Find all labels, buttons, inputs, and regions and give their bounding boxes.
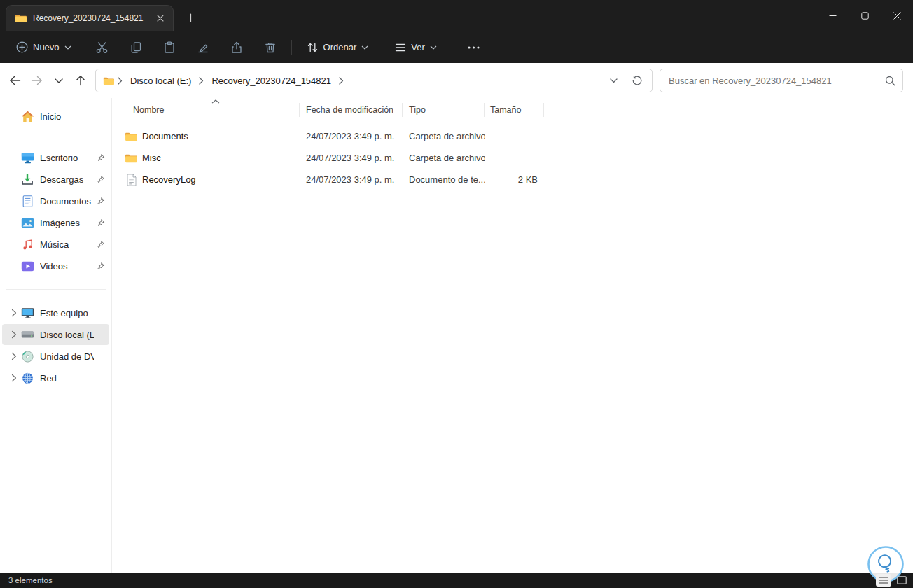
file-type: Carpeta de archivos [403,153,485,163]
chevron-right-icon[interactable] [8,374,20,382]
chevron-right-icon[interactable] [8,309,20,317]
arrow-right-icon [31,75,43,86]
file-name: Misc [142,153,161,163]
sidebar-item-descargas[interactable]: Descargas [2,169,109,190]
downloads-icon [20,174,34,186]
maximize-button[interactable] [849,0,881,31]
navigation-bar: Disco local (E:) Recovery_20230724_15482… [0,63,913,98]
folder-icon [103,76,114,85]
dvd-icon [20,351,34,363]
sidebar-item-inicio[interactable]: Inicio [2,106,109,127]
desktop-icon [20,152,34,164]
share-button[interactable] [223,36,251,59]
pin-icon [94,240,106,249]
sidebar-item-este-equipo[interactable]: Este equipo [2,302,109,323]
chevron-right-icon[interactable] [8,352,20,360]
window-controls [816,0,913,31]
sidebar-item-unidad-dvd[interactable]: Unidad de DVD (D:) [2,346,109,367]
sidebar-item-escritorio[interactable]: Escritorio [2,147,109,168]
details-view-icon [879,576,888,584]
explorer-tab[interactable]: Recovery_20230724_154821 [6,5,174,31]
folder-icon [125,132,137,141]
recent-locations-button[interactable] [48,70,69,92]
column-label: Nombre [133,105,164,115]
drive-icon [20,330,34,339]
sidebar-item-musica[interactable]: Música [2,234,109,255]
paste-icon [163,41,176,54]
music-icon [20,239,34,251]
column-label: Tipo [409,105,426,115]
sidebar-item-label: Música [40,239,94,250]
search-input[interactable] [669,76,885,86]
close-window-button[interactable] [881,0,913,31]
address-dropdown-button[interactable] [604,71,622,90]
toolbar-separator [291,40,292,55]
file-row-misc[interactable]: Misc 24/07/2023 3:49 p. m. Carpeta de ar… [112,147,913,169]
sidebar-item-imagenes[interactable]: Imágenes [2,212,109,233]
view-button[interactable]: Ver [387,36,445,59]
chevron-right-icon[interactable] [8,330,20,339]
command-toolbar: Nuevo Ordenar Ver [0,31,913,63]
breadcrumb-separator-icon [337,77,345,85]
chevron-down-icon [610,78,618,83]
chevron-down-icon [64,46,71,50]
search-box[interactable] [660,69,903,92]
forward-button[interactable] [26,70,48,92]
pin-icon [94,153,106,162]
new-tab-button[interactable] [180,7,201,28]
trash-icon [264,41,277,54]
pictures-icon [20,218,34,228]
network-icon [20,372,34,384]
text-document-icon [125,174,137,186]
paste-button[interactable] [155,36,183,59]
details-view-button[interactable] [876,574,891,587]
folder-icon [15,13,27,23]
copy-button[interactable] [122,36,150,59]
folder-icon [125,153,137,163]
breadcrumb-item-folder[interactable]: Recovery_20230724_154821 [207,74,335,88]
refresh-button[interactable] [628,71,646,90]
column-header-tipo[interactable]: Tipo [403,98,485,122]
close-icon [893,12,901,20]
delete-button[interactable] [256,36,284,59]
close-icon [157,15,164,22]
file-type: Documento de te... [403,174,485,185]
rename-button[interactable] [189,36,217,59]
file-row-recoverylog[interactable]: RecoveryLog 24/07/2023 3:49 p. m. Docume… [112,169,913,190]
up-button[interactable] [69,70,91,92]
maximize-icon [861,12,869,20]
column-header-fecha[interactable]: Fecha de modificación [300,98,403,122]
minimize-button[interactable] [816,0,849,31]
share-icon [230,41,243,54]
tab-title: Recovery_20230724_154821 [33,13,146,23]
sidebar-item-disco-local-e[interactable]: Disco local (E:) [2,324,109,345]
breadcrumb-separator-icon [116,77,124,85]
address-bar[interactable]: Disco local (E:) Recovery_20230724_15482… [95,69,653,92]
sidebar-item-red[interactable]: Red [2,368,109,388]
column-label: Tamaño [490,105,521,115]
sidebar-item-videos[interactable]: Videos [2,255,109,276]
videos-icon [20,261,34,272]
icons-view-button[interactable] [894,574,909,587]
window-body: Inicio Escritorio Descargas [0,98,913,573]
file-modified: 24/07/2023 3:49 p. m. [300,153,403,163]
sort-button[interactable]: Ordenar [299,36,377,59]
column-header-tamano[interactable]: Tamaño [485,98,544,122]
new-button[interactable]: Nuevo [8,36,79,59]
search-icon [885,76,895,86]
chevron-down-icon [361,46,368,50]
sidebar-item-label: Unidad de DVD (D:) [40,351,94,362]
more-options-button[interactable] [460,36,488,59]
breadcrumb-item-drive[interactable]: Disco local (E:) [126,74,195,88]
cut-button[interactable] [88,36,116,59]
tab-close-button[interactable] [152,10,169,27]
arrow-up-icon [75,75,86,86]
sidebar-item-documentos[interactable]: Documentos [2,190,109,211]
column-header-nombre[interactable]: Nombre [112,98,300,122]
sidebar-item-label: Documentos [40,196,94,206]
back-button[interactable] [4,70,26,92]
file-row-documents[interactable]: Documents 24/07/2023 3:49 p. m. Carpeta … [112,125,913,147]
documents-icon [20,195,34,207]
sort-icon [307,42,319,53]
view-button-label: Ver [411,42,425,52]
